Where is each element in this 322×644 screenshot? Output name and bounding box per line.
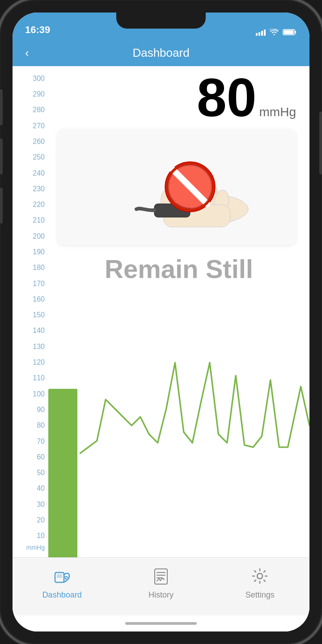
tab-dashboard[interactable]: Dashboard [13, 564, 111, 600]
y-label-220: 220 [13, 197, 48, 212]
tab-dashboard-label: Dashboard [42, 590, 82, 600]
waveform-chart [80, 341, 309, 454]
y-unit-label: mmHg [13, 544, 48, 553]
y-label-130: 130 [13, 339, 48, 354]
y-label-70: 70 [13, 434, 48, 449]
y-label-150: 150 [13, 307, 48, 323]
y-label-170: 170 [13, 276, 48, 291]
silent-switch[interactable] [0, 188, 3, 223]
pressure-display: 80 mmHg [197, 71, 296, 124]
y-label-260: 260 [13, 134, 48, 149]
y-label-280: 280 [13, 102, 48, 118]
y-label-240: 240 [13, 165, 48, 181]
y-label-120: 120 [13, 354, 48, 370]
y-label-90: 90 [13, 402, 48, 417]
main-content: mmHg 10 20 30 40 50 60 70 80 90 100 110 … [13, 66, 309, 631]
home-indicator [13, 615, 309, 631]
power-button[interactable] [319, 112, 322, 174]
pressure-value: 80 [197, 71, 256, 124]
svg-rect-2 [284, 30, 294, 34]
y-label-50: 50 [13, 465, 48, 481]
y-label-300: 300 [13, 71, 48, 86]
dashboard-icon [51, 564, 74, 588]
y-label-160: 160 [13, 291, 48, 307]
home-bar [125, 622, 197, 625]
battery-icon [283, 29, 297, 36]
chart-section: mmHg 10 20 30 40 50 60 70 80 90 100 110 … [13, 66, 309, 557]
settings-icon [248, 564, 271, 588]
y-label-110: 110 [13, 370, 48, 386]
y-label-180: 180 [13, 260, 48, 276]
tab-history[interactable]: History [111, 564, 210, 600]
nav-title: Dashboard [43, 46, 279, 60]
tab-settings[interactable]: Settings [211, 564, 309, 600]
tab-settings-label: Settings [246, 590, 275, 600]
hand-device-illustration [101, 142, 253, 232]
y-label-200: 200 [13, 228, 48, 244]
y-label-80: 80 [13, 418, 48, 434]
y-label-230: 230 [13, 181, 48, 197]
tab-history-label: History [148, 590, 174, 600]
warning-illustration-box [57, 129, 296, 245]
y-label-290: 290 [13, 86, 48, 102]
y-label-190: 190 [13, 244, 48, 260]
nav-bar: ‹ Dashboard [13, 39, 309, 66]
y-label-270: 270 [13, 118, 48, 134]
signal-icon [256, 29, 266, 36]
y-label-140: 140 [13, 323, 48, 339]
y-label-20: 20 [13, 512, 48, 528]
y-axis: mmHg 10 20 30 40 50 60 70 80 90 100 110 … [13, 66, 48, 557]
y-label-30: 30 [13, 497, 48, 512]
svg-point-18 [65, 578, 67, 580]
y-label-250: 250 [13, 150, 48, 165]
status-icons [256, 29, 297, 36]
current-value-bar-container [48, 341, 82, 557]
y-label-10: 10 [13, 528, 48, 544]
svg-rect-17 [57, 574, 62, 578]
current-value-bar [48, 389, 77, 557]
y-label-40: 40 [13, 481, 48, 497]
history-icon [149, 564, 173, 588]
remain-still-text: Remain Still [48, 254, 309, 284]
volume-up-button[interactable] [0, 89, 3, 125]
back-button[interactable]: ‹ [25, 46, 43, 60]
y-label-60: 60 [13, 449, 48, 465]
tab-bar: Dashboard History [13, 557, 309, 615]
y-label-100: 100 [13, 386, 48, 402]
pressure-unit: mmHg [259, 105, 296, 119]
volume-down-button[interactable] [0, 139, 3, 174]
y-label-210: 210 [13, 213, 48, 228]
chart-right: 80 mmHg [48, 66, 309, 557]
svg-point-24 [257, 573, 263, 579]
svg-rect-20 [155, 569, 167, 584]
notch [116, 13, 206, 29]
phone-screen: 16:39 [13, 13, 309, 631]
svg-rect-1 [295, 31, 296, 34]
wifi-icon [269, 29, 279, 36]
phone-frame: 16:39 [0, 0, 322, 644]
